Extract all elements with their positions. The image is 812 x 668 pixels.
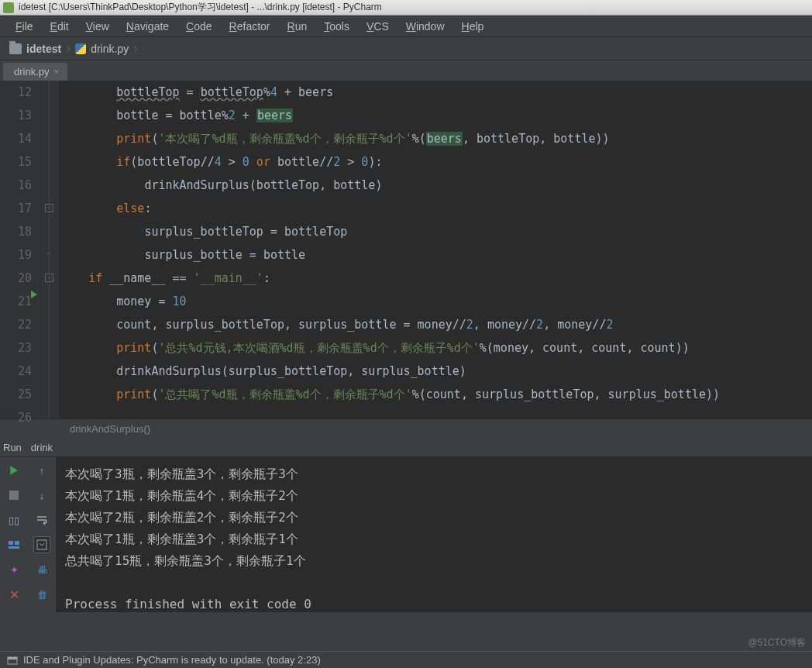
code-line[interactable]: surplus_bottleTop = bottleTop [60, 220, 720, 243]
restore-layout-button[interactable] [5, 536, 22, 553]
stop-button[interactable] [5, 487, 22, 504]
line-number: 20 [0, 267, 32, 290]
code-line[interactable]: print('总共%d元钱,本次喝酒%d瓶，剩余瓶盖%d个，剩余瓶子%d个'%(… [60, 336, 720, 360]
console-toolbar-left: ▯▯ ✦ ✕ [0, 457, 28, 612]
statusbar[interactable]: IDE and Plugin Updates: PyCharm is ready… [0, 651, 812, 668]
fold-marker[interactable]: − [45, 204, 53, 212]
clear-all-button[interactable]: 🗑 [33, 586, 50, 603]
code-line[interactable]: money = 10 [60, 290, 720, 313]
console-line [65, 572, 803, 594]
line-number: 14 [0, 127, 32, 150]
line-number: 19 [0, 243, 32, 267]
print-button[interactable]: 🖶 [33, 561, 50, 578]
run-label: Run [3, 442, 22, 453]
breadcrumb-file[interactable]: drink.py [91, 43, 129, 55]
code-line[interactable]: bottle = bottle%2 + beers [60, 104, 720, 127]
menu-window[interactable]: Window [398, 17, 452, 36]
menu-navigate[interactable]: Navigate [119, 17, 177, 36]
code-line[interactable]: bottleTop = bottleTop%4 + beers [60, 81, 720, 104]
code-line[interactable]: else: [60, 197, 720, 220]
up-arrow-icon[interactable]: ↑ [33, 462, 50, 479]
code-line[interactable]: if(bottleTop//4 > 0 or bottle//2 > 0): [60, 150, 720, 174]
line-number: 22 [0, 313, 32, 336]
folder-icon [9, 43, 22, 54]
code-line[interactable]: print('本次喝了%d瓶，剩余瓶盖%d个，剩余瓶子%d个'%(beers, … [60, 127, 720, 150]
console-line: 本次喝了2瓶，剩余瓶盖2个，剩余瓶子2个 [65, 507, 803, 529]
menu-view[interactable]: View [78, 17, 117, 36]
svg-rect-5 [8, 657, 17, 659]
line-number: 24 [0, 360, 32, 383]
line-number: 16 [0, 174, 32, 197]
soft-wrap-button[interactable] [33, 511, 50, 529]
window-titlebar: idetest [C:\Users\ThinkPad\Desktop\Pytho… [0, 0, 812, 15]
menu-edit[interactable]: Edit [43, 17, 77, 36]
close-icon[interactable]: × [54, 67, 60, 77]
notification-icon [6, 654, 19, 666]
console-line: 总共喝了15瓶，剩余瓶盖3个，剩余瓶子1个 [65, 550, 803, 572]
tab-drink[interactable]: drink.py × [3, 63, 67, 81]
line-number: 23 [0, 336, 32, 360]
status-message: IDE and Plugin Updates: PyCharm is ready… [23, 654, 321, 666]
pause-button[interactable]: ▯▯ [5, 511, 22, 529]
editor[interactable]: 121314151617181920212223242526 − − ⌐ bot… [0, 81, 812, 418]
svg-rect-2 [9, 546, 19, 549]
rerun-button[interactable] [5, 462, 22, 479]
chevron-right-icon: › [66, 40, 71, 57]
window-title: idetest [C:\Users\ThinkPad\Desktop\Pytho… [19, 1, 382, 14]
line-number: 15 [0, 150, 32, 174]
chevron-right-icon: › [133, 40, 138, 57]
python-icon [75, 43, 86, 54]
code-line[interactable]: drinkAndSurplus(surplus_bottleTop, surpl… [60, 360, 720, 383]
fold-marker[interactable]: − [45, 274, 53, 282]
fold-end-marker[interactable]: ⌐ [43, 250, 54, 259]
line-number: 26 [0, 406, 32, 429]
menu-file[interactable]: File [8, 17, 41, 36]
down-arrow-icon[interactable]: ↓ [33, 487, 50, 504]
svg-rect-1 [15, 541, 19, 545]
code-line[interactable]: print('总共喝了%d瓶，剩余瓶盖%d个，剩余瓶子%d个'%(count, … [60, 383, 720, 406]
code-line[interactable]: drinkAndSurplus(bottleTop, bottle) [60, 174, 720, 197]
editor-tabs: drink.py × [0, 60, 812, 81]
menubar: FileEditViewNavigateCodeRefactorRunTools… [0, 15, 812, 37]
line-gutter: 121314151617181920212223242526 [0, 81, 43, 418]
line-number: 13 [0, 104, 32, 127]
scroll-to-end-button[interactable] [33, 536, 50, 553]
svg-rect-0 [9, 541, 13, 545]
menu-tools[interactable]: Tools [316, 17, 357, 36]
menu-vcs[interactable]: VCS [359, 17, 397, 36]
run-config-name: drink [31, 442, 53, 453]
console-output[interactable]: 本次喝了3瓶，剩余瓶盖3个，剩余瓶子3个本次喝了1瓶，剩余瓶盖4个，剩余瓶子2个… [56, 457, 812, 612]
menu-run[interactable]: Run [280, 17, 315, 36]
console-line: 本次喝了1瓶，剩余瓶盖4个，剩余瓶子2个 [65, 485, 803, 507]
code-line[interactable] [60, 406, 720, 429]
menu-code[interactable]: Code [178, 17, 219, 36]
run-toolwindow-header[interactable]: Run drink [0, 439, 812, 457]
line-number: 25 [0, 383, 32, 406]
console-line: Process finished with exit code 0 [65, 594, 803, 615]
breadcrumb: idetest › drink.py › [0, 37, 812, 60]
fold-column: − − ⌐ [43, 81, 59, 418]
line-number: 21 [0, 290, 32, 313]
code-line[interactable]: count, surplus_bottleTop, surplus_bottle… [60, 313, 720, 336]
code-line[interactable]: if __name__ == '__main__': [60, 267, 720, 290]
app-icon [3, 2, 14, 13]
code-area[interactable]: bottleTop = bottleTop%4 + beers bottle =… [59, 81, 720, 418]
menu-help[interactable]: Help [454, 17, 492, 36]
console-toolbar-right: ↑ ↓ 🖶 🗑 [28, 457, 56, 612]
breadcrumb-project[interactable]: idetest [26, 43, 61, 55]
line-number: 17 [0, 197, 32, 220]
tab-label: drink.py [14, 66, 50, 77]
line-number: 12 [0, 81, 32, 104]
watermark: @51CTO博客 [748, 636, 806, 649]
svg-rect-3 [37, 540, 46, 549]
line-number: 18 [0, 220, 32, 243]
close-tab-button[interactable]: ✕ [5, 586, 22, 603]
run-gutter-icon[interactable] [29, 290, 39, 299]
console-line: 本次喝了1瓶，剩余瓶盖3个，剩余瓶子1个 [65, 529, 803, 550]
run-console: ▯▯ ✦ ✕ ↑ ↓ 🖶 🗑 本次喝了3瓶，剩余瓶盖3个，剩余瓶子3个本次喝了1… [0, 457, 812, 612]
menu-refactor[interactable]: Refactor [222, 17, 278, 36]
pin-button[interactable]: ✦ [5, 561, 22, 578]
console-line: 本次喝了3瓶，剩余瓶盖3个，剩余瓶子3个 [65, 463, 803, 485]
code-line[interactable]: surplus_bottle = bottle [60, 243, 720, 267]
